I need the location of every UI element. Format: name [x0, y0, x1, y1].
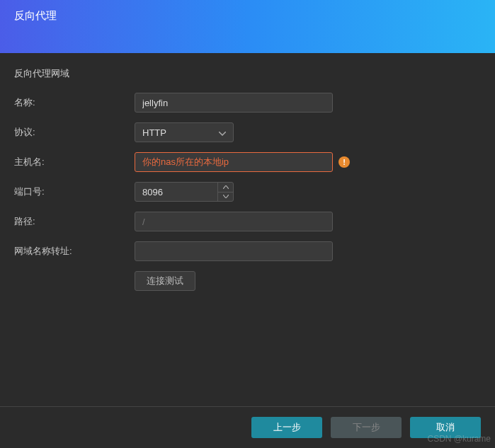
- row-port: 端口号:: [14, 182, 481, 202]
- label-path: 路径:: [14, 215, 135, 228]
- port-stepper[interactable]: [135, 182, 234, 202]
- row-hostname: 主机名: !: [14, 152, 481, 172]
- label-protocol: 协议:: [14, 126, 135, 139]
- port-step-down[interactable]: [218, 193, 233, 202]
- path-input[interactable]: [135, 212, 333, 231]
- row-name: 名称:: [14, 93, 481, 113]
- cancel-button[interactable]: 取消: [410, 417, 481, 438]
- redirect-input[interactable]: [135, 241, 333, 261]
- dialog-body: 反向代理网域 名称: 协议: HTTP 主机名: ! 端口号:: [0, 53, 495, 448]
- section-title: 反向代理网域: [14, 67, 481, 80]
- test-connection-button[interactable]: 连接测试: [135, 271, 195, 291]
- dialog-footer: 上一步 下一步 取消: [0, 406, 495, 448]
- dialog-header: 反向代理: [0, 0, 495, 53]
- row-test: 连接测试: [14, 271, 481, 291]
- row-path: 路径:: [14, 212, 481, 231]
- prev-button[interactable]: 上一步: [251, 417, 322, 438]
- name-input[interactable]: [135, 93, 333, 113]
- dialog-title: 反向代理: [14, 9, 57, 23]
- label-hostname: 主机名:: [14, 156, 135, 168]
- label-name: 名称:: [14, 96, 135, 109]
- warning-icon: !: [338, 156, 350, 168]
- hostname-input[interactable]: [135, 152, 333, 172]
- row-redirect: 网域名称转址:: [14, 241, 481, 261]
- protocol-select[interactable]: HTTP: [135, 122, 234, 142]
- port-step-up[interactable]: [218, 183, 233, 193]
- label-port: 端口号:: [14, 185, 135, 198]
- protocol-value: HTTP: [142, 127, 166, 138]
- label-redirect: 网域名称转址:: [14, 245, 135, 258]
- row-protocol: 协议: HTTP: [14, 122, 481, 142]
- next-button: 下一步: [331, 417, 402, 438]
- chevron-down-icon: [219, 127, 226, 138]
